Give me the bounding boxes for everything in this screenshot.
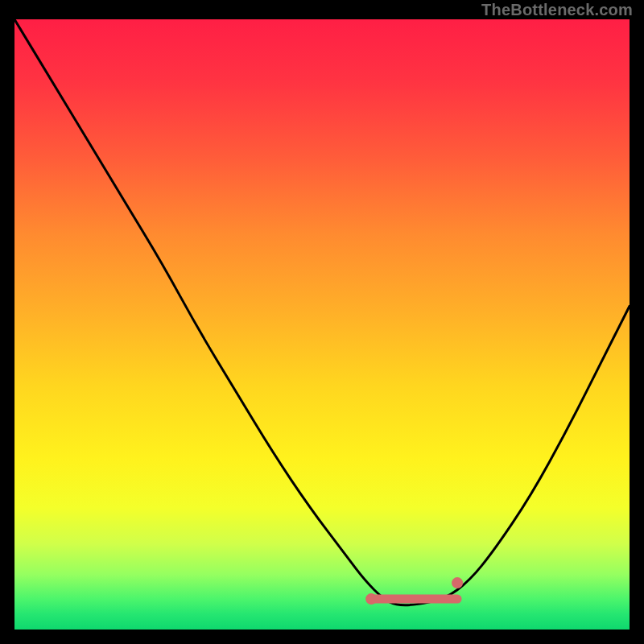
plot-area: [14, 19, 630, 630]
background-gradient: [14, 19, 630, 630]
svg-rect-0: [14, 19, 630, 630]
source-text: TheBottleneck.com: [481, 1, 633, 19]
source-label: TheBottleneck.com: [481, 1, 633, 19]
chart-container: TheBottleneck.com: [0, 0, 644, 644]
